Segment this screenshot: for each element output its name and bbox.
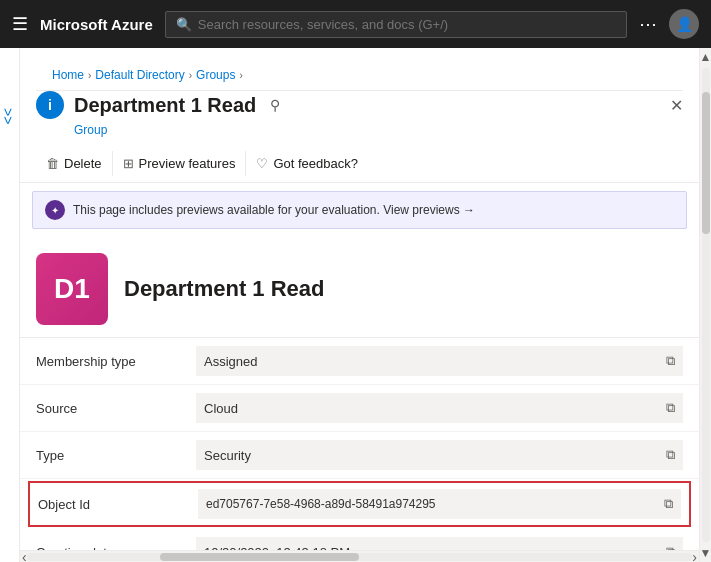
prop-value-text: Cloud <box>204 401 658 416</box>
topbar-right: ⋯ 👤 <box>639 9 699 39</box>
copy-icon[interactable]: ⧉ <box>666 544 675 550</box>
prop-value-text: ed705767-7e58-4968-a89d-58491a974295 <box>206 497 656 511</box>
v-scroll-track[interactable] <box>702 68 710 542</box>
feedback-icon: ♡ <box>256 156 268 171</box>
prop-value-membership: Assigned ⧉ <box>196 346 683 376</box>
prop-label-source: Source <box>36 401 196 416</box>
hamburger-icon[interactable]: ☰ <box>12 13 28 35</box>
feedback-label: Got feedback? <box>273 156 358 171</box>
prop-value-text: Security <box>204 448 658 463</box>
prop-value-text: 10/20/2020, 12:43:18 PM <box>204 545 658 551</box>
page-title: Department 1 Read <box>74 94 256 117</box>
prop-label-type: Type <box>36 448 196 463</box>
preview-banner-text: This page includes previews available fo… <box>73 203 475 217</box>
breadcrumb-sep-3: › <box>239 70 242 81</box>
scroll-right-icon[interactable]: › <box>692 549 697 563</box>
app-title: Microsoft Azure <box>40 16 153 33</box>
horizontal-scrollbar[interactable]: ‹ › <box>20 550 699 562</box>
search-input[interactable] <box>198 17 616 32</box>
scroll-left-icon[interactable]: ‹ <box>22 549 27 563</box>
delete-button[interactable]: 🗑 Delete <box>36 151 113 176</box>
prop-label-membership: Membership type <box>36 354 196 369</box>
search-icon: 🔍 <box>176 17 192 32</box>
panel-subtitle: Group <box>74 123 683 137</box>
topbar: ☰ Microsoft Azure 🔍 ⋯ 👤 <box>0 0 711 48</box>
copy-icon[interactable]: ⧉ <box>666 400 675 416</box>
scroll-down-icon[interactable]: ▼ <box>700 546 711 560</box>
panel-title-row: i Department 1 Read ⚲ ✕ <box>36 91 683 119</box>
sidebar-toggle[interactable]: >> <box>0 108 16 124</box>
table-row: Membership type Assigned ⧉ <box>20 338 699 385</box>
toolbar: 🗑 Delete ⊞ Preview features ♡ Got feedba… <box>36 145 683 182</box>
group-name: Department 1 Read <box>124 276 325 302</box>
breadcrumb-sep-2: › <box>189 70 192 81</box>
preview-label: Preview features <box>139 156 236 171</box>
sidebar: >> <box>0 48 20 562</box>
prop-value-text: Assigned <box>204 354 658 369</box>
breadcrumb-home[interactable]: Home <box>52 68 84 82</box>
preview-banner-icon: ✦ <box>45 200 65 220</box>
table-row-object-id: Object Id ed705767-7e58-4968-a89d-58491a… <box>28 481 691 527</box>
v-scroll-thumb[interactable] <box>702 92 710 234</box>
copy-icon[interactable]: ⧉ <box>666 447 675 463</box>
properties-table: Membership type Assigned ⧉ Source Cloud … <box>20 338 699 550</box>
prop-value-objectid: ed705767-7e58-4968-a89d-58491a974295 ⧉ <box>198 489 681 519</box>
scroll-track[interactable] <box>27 553 693 561</box>
prop-label-objectid: Object Id <box>38 497 198 512</box>
preview-banner: ✦ This page includes previews available … <box>32 191 687 229</box>
table-row: Source Cloud ⧉ <box>20 385 699 432</box>
group-avatar: D1 <box>36 253 108 325</box>
scroll-up-icon[interactable]: ▲ <box>700 50 711 64</box>
prop-value-type: Security ⧉ <box>196 440 683 470</box>
table-row: Type Security ⧉ <box>20 432 699 479</box>
prop-value-source: Cloud ⧉ <box>196 393 683 423</box>
more-options-icon[interactable]: ⋯ <box>639 13 657 35</box>
close-icon[interactable]: ✕ <box>670 96 683 115</box>
prop-label-creationdate: Creation date <box>36 545 196 551</box>
feedback-button[interactable]: ♡ Got feedback? <box>246 151 368 176</box>
scroll-thumb[interactable] <box>160 553 360 561</box>
delete-icon: 🗑 <box>46 156 59 171</box>
panel-header: Home › Default Directory › Groups › i De… <box>20 48 699 183</box>
breadcrumb: Home › Default Directory › Groups › <box>36 60 683 91</box>
content-panel: Home › Default Directory › Groups › i De… <box>20 48 699 562</box>
preview-icon: ⊞ <box>123 156 134 171</box>
breadcrumb-sep-1: › <box>88 70 91 81</box>
preview-features-button[interactable]: ⊞ Preview features <box>113 151 247 176</box>
avatar[interactable]: 👤 <box>669 9 699 39</box>
detail-scroll[interactable]: ✦ This page includes previews available … <box>20 183 699 550</box>
group-header-card: D1 Department 1 Read <box>20 237 699 338</box>
prop-value-creationdate: 10/20/2020, 12:43:18 PM ⧉ <box>196 537 683 550</box>
pin-icon[interactable]: ⚲ <box>270 97 280 113</box>
table-row: Creation date 10/20/2020, 12:43:18 PM ⧉ <box>20 529 699 550</box>
delete-label: Delete <box>64 156 102 171</box>
vertical-scrollbar[interactable]: ▲ ▼ <box>699 48 711 562</box>
copy-icon[interactable]: ⧉ <box>666 353 675 369</box>
main-container: >> Home › Default Directory › Groups › i… <box>0 48 711 562</box>
copy-icon[interactable]: ⧉ <box>664 496 673 512</box>
breadcrumb-default-directory[interactable]: Default Directory <box>95 68 184 82</box>
panel-type-icon: i <box>36 91 64 119</box>
breadcrumb-groups[interactable]: Groups <box>196 68 235 82</box>
search-bar[interactable]: 🔍 <box>165 11 627 38</box>
